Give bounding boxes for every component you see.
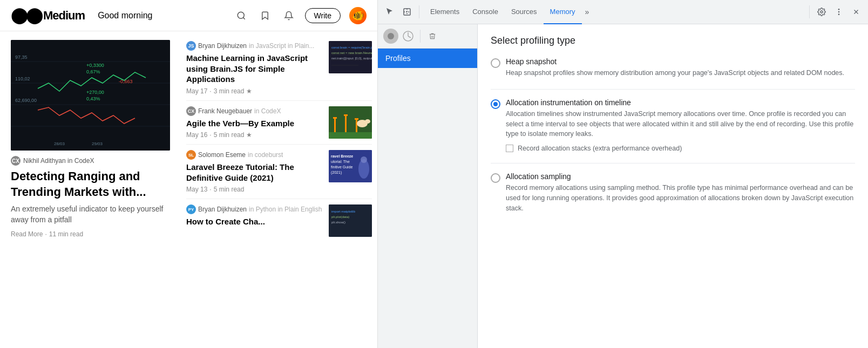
featured-title: Detecting Ranging and Trending Markets w… [11,169,170,200]
list-item[interactable]: PY Bryan Dijkhuizen in Python in Plain E… [186,199,372,242]
svg-text:const brain = require('brain.j: const brain = require('brain.js') [331,46,372,49]
profiling-type-title: Select profiling type [491,35,855,46]
memory-main: Select profiling type Heap snapshot Heap… [478,24,868,348]
tab-memory[interactable]: Memory [544,0,582,24]
record-button[interactable] [383,29,398,44]
list-item[interactable]: JS Bryan Dijkhuizen in JavaScript in Pla… [186,36,372,101]
svg-text:ravel Breeze: ravel Breeze [331,154,353,158]
allocation-timeline-option[interactable]: Allocation instrumentation on timeline A… [491,98,855,152]
tab-console[interactable]: Console [466,0,505,24]
allocation-sampling-label: Allocation sampling [506,172,855,181]
bell-icon[interactable] [281,8,296,23]
svg-point-0 [238,12,244,18]
heap-snapshot-label: Heap snapshot [506,57,855,66]
tab-sources[interactable]: Sources [505,0,544,24]
allocation-timeline-desc: Allocation timelines show instrumented J… [506,109,855,139]
svg-point-52 [838,13,840,15]
svg-text:plt.plot(data): plt.plot(data) [331,215,349,219]
sidebar-separator [420,30,421,43]
heap-snapshot-desc: Heap snapshot profiles show memory distr… [506,68,855,78]
list-item[interactable]: CX Frank Neugebauer in CodeX Agile the V… [186,101,372,145]
svg-text:0,67%: 0,67% [86,69,100,74]
svg-line-58 [408,36,411,38]
svg-point-50 [838,9,840,10]
memory-sidebar: Profiles [378,24,478,348]
article-thumbnail: ravel Breeze utorial: The finitive Guide… [329,150,372,182]
svg-text:110,02: 110,02 [15,76,30,81]
article-list: JS Bryan Dijkhuizen in JavaScript in Pla… [181,31,377,348]
author-avatar: JS [186,41,196,51]
tab-elements[interactable]: Elements [424,0,466,24]
svg-text:62,690,00: 62,690,00 [15,98,37,103]
devtools-panel: Elements Console Sources Memory » [378,0,868,348]
list-item[interactable]: SL Solomon Eseme in codeburst Laravel Br… [186,145,372,199]
svg-rect-2 [11,40,170,151]
svg-point-49 [820,11,823,13]
svg-rect-28 [345,114,347,133]
svg-text:97,35: 97,35 [15,54,28,60]
svg-text:28/03: 28/03 [54,141,65,146]
article-thumbnail [329,106,372,139]
svg-text:(2021): (2021) [331,170,342,175]
devtools-tabs: Elements Console Sources Memory » [424,0,592,24]
clear-profiles-button[interactable] [425,29,440,44]
avatar[interactable]: 🐠 [349,7,367,24]
profiles-item[interactable]: Profiles [378,49,477,68]
medium-logo[interactable]: ⬤⬤ Medium [11,6,85,24]
svg-text:+0,3300: +0,3300 [86,63,104,68]
sidebar-controls [378,24,477,49]
heap-snapshot-option[interactable]: Heap snapshot Heap snapshot profiles sho… [491,57,855,78]
allocation-sampling-option[interactable]: Allocation sampling Record memory alloca… [491,172,855,213]
allocation-timeline-radio[interactable] [491,99,500,109]
medium-header: ⬤⬤ Medium Good morning Write 🐠 [0,0,377,31]
greeting-text: Good morning [98,11,152,21]
toolbar-separator-2 [809,5,810,18]
option-divider [491,89,855,90]
more-options-icon[interactable] [831,4,846,19]
cursor-tool-icon[interactable] [382,4,397,19]
stop-button[interactable] [401,29,416,44]
svg-text:finitive Guide: finitive Guide [331,165,353,169]
svg-text:import matplotlib: import matplotlib [331,210,356,213]
featured-subtitle: An extremely useful indicator to keep yo… [11,204,170,225]
allocation-sub-options: Record allocation stacks (extra performa… [506,145,855,152]
svg-text:plt.show(): plt.show() [331,221,345,224]
heap-snapshot-radio[interactable] [491,58,500,68]
author-avatar: PY [186,204,196,214]
svg-text:net.train([{input: [0,0], outp: net.train([{input: [0,0], output: [0]}]) [331,57,372,60]
allocation-sampling-radio[interactable] [491,173,500,183]
svg-text:+270,00: +270,00 [86,90,104,95]
bookmark-icon[interactable] [257,8,273,23]
svg-rect-34 [329,132,372,139]
featured-meta: Read More · 11 min read [11,230,170,238]
search-icon[interactable] [234,8,249,23]
devtools-toolbar: Elements Console Sources Memory » [378,0,868,24]
svg-rect-31 [355,118,358,120]
medium-panel: ⬤⬤ Medium Good morning Write 🐠 [0,0,378,348]
box-tool-icon[interactable] [399,4,415,19]
more-tabs-icon[interactable]: » [582,8,593,16]
allocation-sampling-desc: Record memory allocations using sampling… [506,183,855,213]
article-thumbnail: const brain = require('brain.js') const … [329,41,372,73]
svg-text:const net = new brain.NeuralNe: const net = new brain.NeuralNetwork() [331,51,372,54]
settings-icon[interactable] [814,4,829,19]
record-stacks-checkbox[interactable] [506,145,513,152]
author-avatar: CX [186,106,196,116]
author-avatar: SL [186,150,196,160]
close-icon[interactable] [849,4,864,19]
svg-point-33 [365,119,370,124]
svg-text:29/03: 29/03 [92,141,103,146]
svg-point-41 [361,156,367,163]
featured-image: 97,35 110,02 62,690,00 +0,3300 0,67% +27… [11,40,170,151]
source-avatar: CX [11,156,21,166]
featured-article: 97,35 110,02 62,690,00 +0,3300 0,67% +27… [0,31,181,348]
svg-rect-27 [333,117,337,119]
write-button[interactable]: Write [305,8,341,23]
svg-text:0,43%: 0,43% [86,96,100,101]
svg-rect-29 [344,114,348,116]
medium-content: 97,35 110,02 62,690,00 +0,3300 0,67% +27… [0,31,377,348]
toolbar-separator [419,5,419,18]
svg-text:utorial: The: utorial: The [331,160,350,163]
record-stacks-label: Record allocation stacks (extra performa… [518,145,682,152]
svg-point-51 [838,11,840,13]
